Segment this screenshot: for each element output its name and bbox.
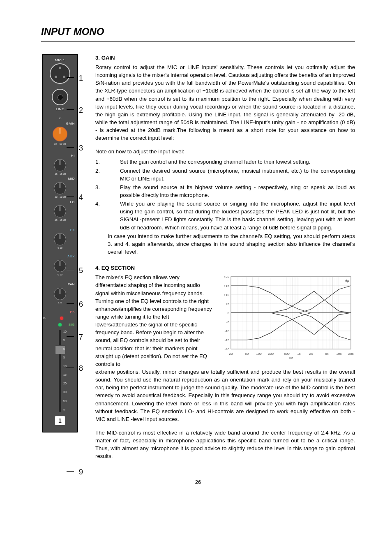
svg-text:20: 20 xyxy=(229,352,233,356)
eq-chart: -20-15-10-50+5+10+15+2020501002005001k2k… xyxy=(219,273,355,368)
note-step: 3.Play the sound source at its highest v… xyxy=(95,183,355,199)
gain-body: Rotary control to adjust the MIC or LINE… xyxy=(95,63,355,142)
callout-9: 9 xyxy=(79,467,83,477)
aux-label: AUX xyxy=(43,254,77,259)
note-step: 1.Set the gain control and the correspon… xyxy=(95,158,355,166)
callout-1: 1 xyxy=(79,73,83,83)
svg-text:10k: 10k xyxy=(336,352,342,356)
pan-label: PAN xyxy=(43,282,77,287)
svg-text:-15: -15 xyxy=(224,338,229,342)
svg-text:+20: +20 xyxy=(224,275,229,279)
svg-text:50: 50 xyxy=(245,352,249,356)
svg-text:500: 500 xyxy=(284,352,290,356)
callout-7: 7 xyxy=(79,332,83,342)
sig-label: SIG xyxy=(43,322,77,327)
svg-text:Ap: Ap xyxy=(344,279,349,282)
note-title: Note on how to adjust the input level: xyxy=(95,148,355,155)
note-step: 2.Connect the desired sound source (micr… xyxy=(95,167,355,183)
hi-knob[interactable] xyxy=(54,159,66,171)
xlr-connector-icon xyxy=(50,63,70,84)
svg-text:200: 200 xyxy=(268,352,274,356)
gain-scale: 30 xyxy=(43,117,77,120)
eq-body-3: The MID-control is most effective in a r… xyxy=(95,429,355,460)
hi-label: HI xyxy=(43,153,77,158)
mid-knob[interactable] xyxy=(54,182,66,194)
fx-label: FX xyxy=(43,228,77,233)
svg-text:+10: +10 xyxy=(224,293,229,297)
svg-text:-20: -20 xyxy=(224,347,229,351)
note-step: 4.While you are playing the sound source… xyxy=(95,200,355,231)
lo-label: LO xyxy=(43,200,77,205)
gain-section-title: 3. GAIN xyxy=(95,54,355,62)
body-text: 3. GAIN Rotary control to adjust the MIC… xyxy=(95,54,355,466)
lo-knob[interactable] xyxy=(54,205,66,217)
svg-text:1k: 1k xyxy=(297,352,301,356)
callout-8: 8 xyxy=(79,363,83,374)
svg-text:0: 0 xyxy=(228,311,230,315)
gain-label: GAIN xyxy=(43,121,77,126)
channel-number: 1 xyxy=(55,416,65,425)
peak-led-icon xyxy=(60,317,63,320)
svg-text:100: 100 xyxy=(256,352,262,356)
eq-body-1: The mixer's EQ section allows very diffe… xyxy=(95,273,212,368)
aux-knob[interactable] xyxy=(54,260,66,272)
callout-3: 3 xyxy=(79,143,83,153)
eq-body-2: extreme positions. Usually, minor change… xyxy=(95,368,355,423)
gain-afterword: In case you intend to make further adjus… xyxy=(95,232,355,256)
svg-text:2k: 2k xyxy=(309,352,313,356)
fader-scale: 105051015203050∞ xyxy=(63,330,67,412)
pk-label: PK xyxy=(43,310,77,314)
svg-text:-10: -10 xyxy=(224,329,229,333)
svg-text:Hz: Hz xyxy=(289,356,293,360)
svg-text:5k: 5k xyxy=(325,352,329,356)
callout-6: 6 xyxy=(79,299,83,310)
fx-knob[interactable] xyxy=(54,233,66,245)
trs-connector-icon xyxy=(52,89,68,105)
callout-5: 5 xyxy=(79,265,83,276)
gain-knob[interactable] xyxy=(53,127,67,141)
channel-strip-column: MIC 1 LINE 30 GAIN 10 60 dB HI -15 +15 d… xyxy=(41,54,90,466)
eq-section-title: 4. EQ SECTION xyxy=(95,264,355,272)
callout-numbers: 123456789 xyxy=(79,54,90,466)
svg-text:-5: -5 xyxy=(226,320,230,324)
callout-2: 2 xyxy=(79,105,83,116)
mic-label: MIC 1 xyxy=(43,58,77,63)
channel-strip: MIC 1 LINE 30 GAIN 10 60 dB HI -15 +15 d… xyxy=(42,54,78,432)
svg-text:20k: 20k xyxy=(348,352,354,356)
svg-text:+15: +15 xyxy=(224,284,229,288)
page-number: 26 xyxy=(41,479,355,486)
svg-text:+5: +5 xyxy=(226,302,230,306)
page-title: INPUT MONO xyxy=(41,25,355,42)
callout-4: 4 xyxy=(79,192,83,203)
fader[interactable]: 105051015203050∞ xyxy=(43,330,77,412)
pan-knob[interactable] xyxy=(54,288,66,300)
mid-label: MID xyxy=(43,176,77,181)
